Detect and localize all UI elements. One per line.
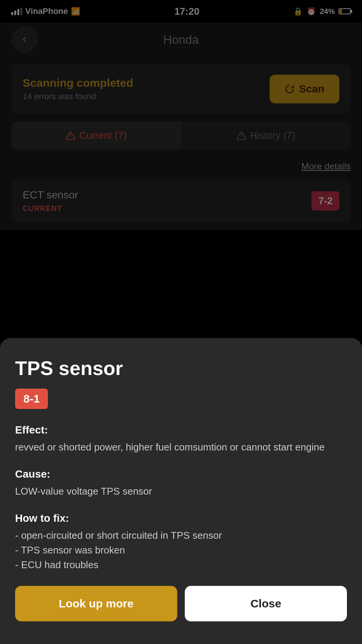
close-button[interactable]: Close	[185, 586, 347, 621]
cause-title: Cause:	[15, 468, 347, 480]
effect-title: Effect:	[15, 424, 347, 436]
how-to-fix-title: How to fix:	[15, 512, 347, 524]
modal-sheet: TPS sensor 8-1 Effect: revved or shorted…	[0, 338, 362, 644]
effect-body: revved or shorted power, higher fuel com…	[15, 440, 347, 455]
how-to-fix-body: - open-circuited or short circuited in T…	[15, 528, 347, 572]
cause-body: LOW-value voltage TPS sensor	[15, 484, 347, 499]
modal-sensor-name: TPS sensor	[15, 357, 347, 380]
modal-code-badge: 8-1	[15, 389, 48, 409]
modal-buttons: Look up more Close	[15, 586, 347, 621]
lookup-button[interactable]: Look up more	[15, 586, 177, 621]
